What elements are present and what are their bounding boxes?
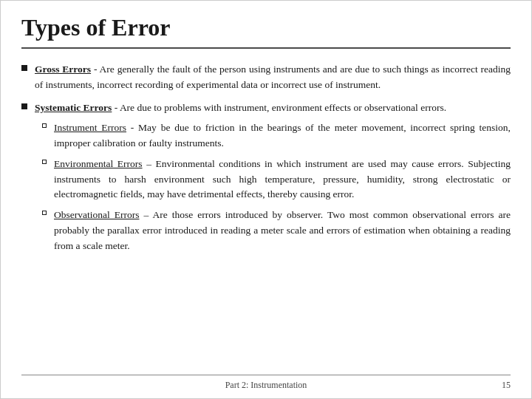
instrument-errors-term: Instrument Errors [54, 122, 126, 133]
footer-center-text: Part 2: Instrumentation [21, 380, 511, 391]
slide: Types of Error Gross Errors - Are genera… [0, 0, 532, 399]
slide-title: Types of Error [21, 14, 511, 49]
sub-bullet-square-observational [42, 211, 47, 215]
systematic-errors-separator: - [112, 102, 120, 113]
sub-bullet-square-instrument [42, 123, 47, 128]
systematic-errors-term: Systematic Errors [35, 102, 112, 113]
content-area: Gross Errors - Are generally the fault o… [21, 62, 511, 259]
observational-errors-term: Observational Errors [54, 209, 139, 220]
gross-errors-body: Are generally the fault of the person us… [35, 64, 511, 90]
gross-errors-item: Gross Errors - Are generally the fault o… [21, 62, 511, 93]
bullet-square-gross [21, 65, 27, 71]
bullet-square-systematic [21, 103, 27, 109]
instrument-errors-separator: - [126, 122, 138, 133]
gross-errors-text: Gross Errors - Are generally the fault o… [35, 62, 511, 93]
instrument-errors-item: Instrument Errors - May be due to fricti… [42, 120, 511, 151]
instrument-errors-text: Instrument Errors - May be due to fricti… [54, 120, 511, 151]
observational-errors-separator: – [139, 209, 152, 220]
footer: Part 2: Instrumentation 15 [21, 375, 511, 391]
main-bullet-list: Gross Errors - Are generally the fault o… [21, 62, 511, 259]
environmental-errors-text: Environmental Errors – Environmental con… [54, 157, 511, 203]
systematic-errors-body: Are due to problems with instrument, env… [120, 102, 446, 113]
observational-errors-text: Observational Errors – Are those errors … [54, 208, 511, 254]
gross-errors-term: Gross Errors [35, 64, 91, 75]
gross-errors-separator: - [91, 64, 99, 75]
sub-bullet-list: Instrument Errors - May be due to fricti… [42, 120, 511, 254]
sub-bullet-square-environmental [42, 160, 47, 164]
environmental-errors-term: Environmental Errors [54, 158, 143, 169]
environmental-errors-separator: – [143, 158, 156, 169]
environmental-errors-item: Environmental Errors – Environmental con… [42, 157, 511, 203]
observational-errors-item: Observational Errors – Are those errors … [42, 208, 511, 254]
systematic-errors-item: Systematic Errors - Are due to problems … [21, 100, 511, 259]
systematic-errors-text: Systematic Errors - Are due to problems … [35, 100, 511, 259]
footer-page-number: 15 [502, 380, 511, 391]
